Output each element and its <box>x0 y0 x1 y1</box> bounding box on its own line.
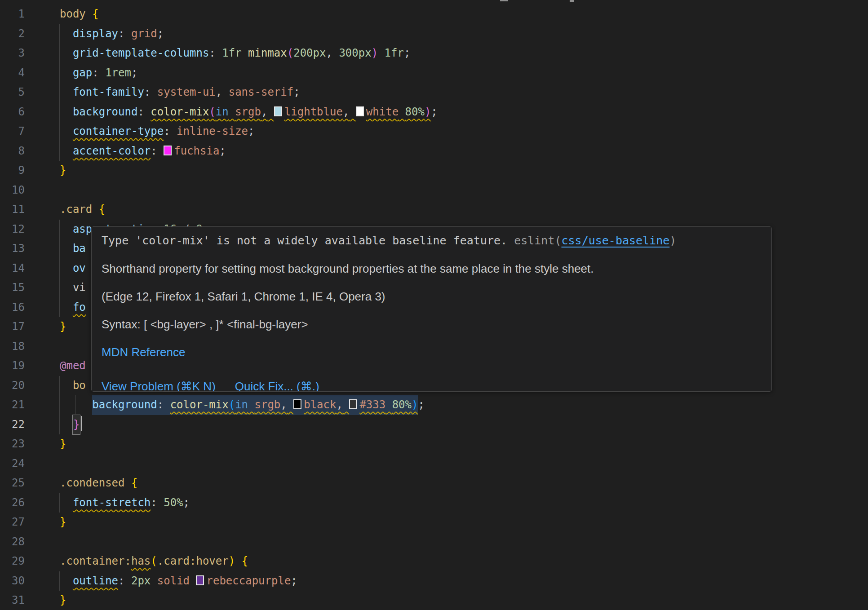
code-line[interactable]: 8 accent-color: fuchsia; <box>0 141 868 161</box>
code-token: has <box>131 552 151 571</box>
code-token: ov <box>73 259 86 278</box>
line-content[interactable]: ov <box>60 259 86 278</box>
code-line[interactable]: 5 font-family: system-ui, sans-serif; <box>0 83 868 102</box>
line-content[interactable]: @med <box>60 356 86 376</box>
line-content[interactable]: } <box>60 317 66 337</box>
line-number: 6 <box>0 102 25 122</box>
line-content[interactable]: container-type: inline-size; <box>60 122 255 141</box>
color-swatch[interactable] <box>356 106 364 116</box>
code-token: } <box>60 434 66 454</box>
code-line[interactable]: 11.card { <box>0 200 868 220</box>
code-line[interactable]: 30 outline: 2px solid rebeccapurple; <box>0 571 868 591</box>
indent-guide <box>75 395 76 415</box>
code-line[interactable]: 25.condensed { <box>0 473 868 493</box>
code-token <box>60 141 73 161</box>
code-token: container-type <box>73 122 164 141</box>
code-line[interactable]: 29.container:has(.card:hover) { <box>0 552 868 571</box>
color-swatch[interactable] <box>196 575 204 585</box>
code-token: ( <box>151 552 157 571</box>
line-content[interactable]: } <box>60 513 66 532</box>
code-token: ( <box>209 102 215 122</box>
line-content[interactable]: display: grid; <box>60 24 164 44</box>
code-token: , <box>216 83 222 102</box>
code-token <box>86 4 92 24</box>
line-content[interactable]: ba <box>60 239 86 259</box>
line-number: 10 <box>0 181 25 200</box>
code-token: { <box>99 200 105 220</box>
code-line[interactable]: 7 container-type: inline-size; <box>0 122 868 141</box>
color-swatch[interactable] <box>293 399 301 409</box>
line-content[interactable]: background: color-mix(in srgb, lightblue… <box>60 102 438 122</box>
line-content[interactable]: } <box>60 591 66 610</box>
code-token: { <box>92 4 98 24</box>
code-token <box>125 473 131 493</box>
code-token: , <box>326 44 332 63</box>
line-content[interactable]: fo <box>60 298 86 318</box>
code-line[interactable]: 10 <box>0 181 868 200</box>
code-token: 1fr <box>222 44 241 63</box>
code-token: sans-serif <box>229 83 294 102</box>
line-content[interactable]: grid-template-columns: 1fr minmax(200px,… <box>60 44 410 63</box>
code-line[interactable]: 24 <box>0 454 868 474</box>
hover-doc: Shorthand property for setting most back… <box>92 254 771 374</box>
code-token <box>343 395 349 415</box>
line-content[interactable]: font-family: system-ui, sans-serif; <box>60 83 300 102</box>
code-token: 1fr <box>385 44 404 63</box>
mdn-reference-link[interactable]: MDN Reference <box>102 345 185 359</box>
code-line[interactable]: 22 } <box>0 415 868 435</box>
code-token: gap <box>73 63 92 83</box>
line-content[interactable]: } <box>60 434 66 454</box>
code-token: vi <box>73 278 86 298</box>
code-token: grid <box>131 24 157 44</box>
code-line[interactable]: 4 gap: 1rem; <box>0 63 868 83</box>
color-swatch[interactable] <box>274 106 282 116</box>
indent-guide <box>59 376 60 435</box>
code-token: bo <box>73 376 86 396</box>
line-content[interactable]: bo <box>60 376 86 396</box>
code-token: solid <box>157 571 190 591</box>
code-token: body <box>60 4 86 24</box>
quick-fix-button[interactable]: Quick Fix... (⌘.) <box>235 380 319 392</box>
line-content[interactable]: } <box>60 415 82 435</box>
code-line[interactable]: 23} <box>0 434 868 454</box>
code-line[interactable]: 26 font-stretch: 50%; <box>0 493 868 513</box>
code-line[interactable]: 3 grid-template-columns: 1fr minmax(200p… <box>0 44 868 63</box>
code-line[interactable]: 27} <box>0 513 868 532</box>
code-token: 200px <box>293 44 326 63</box>
color-swatch[interactable] <box>349 399 357 409</box>
rule-link[interactable]: css/use-baseline <box>562 234 670 247</box>
line-content[interactable]: background: color-mix(in srgb, black, #3… <box>60 395 425 415</box>
code-token: : <box>157 395 164 415</box>
line-content[interactable]: .card { <box>60 200 105 220</box>
code-line[interactable]: 1body { <box>0 4 868 24</box>
line-content[interactable]: .container:has(.card:hover) { <box>60 552 248 571</box>
code-line[interactable]: 31} <box>0 591 868 610</box>
line-content[interactable]: .condensed { <box>60 473 137 493</box>
line-number: 23 <box>0 434 25 454</box>
code-token: .container: <box>60 552 131 571</box>
line-content[interactable]: body { <box>60 4 99 24</box>
line-content[interactable]: font-stretch: 50%; <box>60 493 190 513</box>
line-content[interactable]: accent-color: fuchsia; <box>60 141 226 161</box>
code-line[interactable]: 28 <box>0 532 868 552</box>
code-token <box>190 571 196 591</box>
code-editor[interactable]: 1body {2 display: grid;3 grid-template-c… <box>0 0 868 610</box>
code-line[interactable]: 9} <box>0 161 868 181</box>
line-content[interactable]: gap: 1rem; <box>60 63 137 83</box>
view-problem-button[interactable]: View Problem (⌘K N) <box>102 380 216 392</box>
line-content[interactable]: vi <box>60 278 86 298</box>
code-token: { <box>131 473 137 493</box>
bracket-match: } <box>73 415 80 435</box>
code-line[interactable]: 21 background: color-mix(in srgb, black,… <box>0 395 868 415</box>
code-token: white <box>356 102 399 122</box>
line-content[interactable]: } <box>60 161 66 181</box>
color-swatch[interactable] <box>164 146 172 155</box>
code-token: rebeccapurple <box>196 571 291 591</box>
code-token: , <box>261 102 267 122</box>
code-token: : <box>137 102 144 122</box>
code-token: ; <box>404 44 410 63</box>
line-content[interactable]: outline: 2px solid rebeccapurple; <box>60 571 297 591</box>
code-line[interactable]: 2 display: grid; <box>0 24 868 44</box>
code-token: color-mix <box>151 102 209 122</box>
code-line[interactable]: 6 background: color-mix(in srgb, lightbl… <box>0 102 868 122</box>
